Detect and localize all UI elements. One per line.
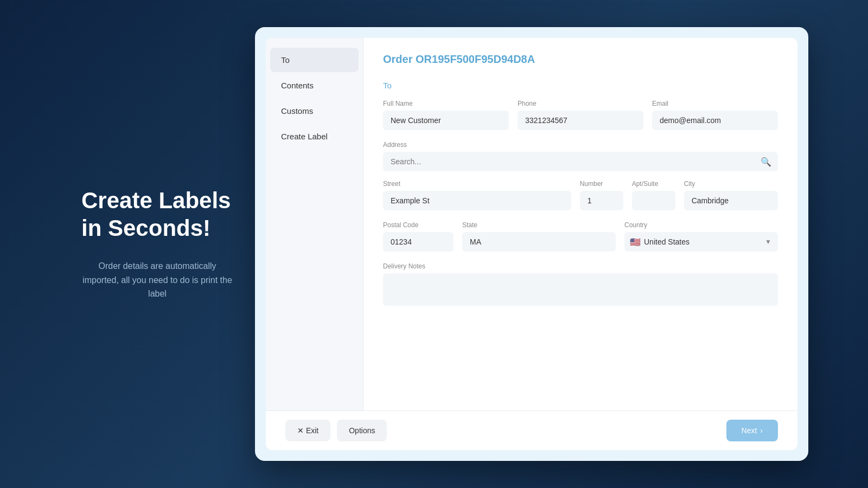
- section-title: To: [383, 81, 778, 90]
- left-panel: Create Labelsin Seconds! Order details a…: [60, 165, 255, 323]
- apt-suite-label: Apt/Suite: [632, 180, 675, 188]
- city-group: City: [684, 180, 778, 210]
- address-search-input[interactable]: [383, 152, 778, 171]
- next-button[interactable]: Next ›: [726, 420, 778, 441]
- country-select[interactable]: United States Canada United Kingdom: [624, 232, 778, 252]
- footer-left: ✕ Exit Options: [285, 420, 387, 441]
- delivery-notes-group: Delivery Notes: [383, 262, 778, 306]
- sidebar: To Contents Customs Create Label: [266, 38, 363, 410]
- street-group: Street: [383, 180, 571, 210]
- country-group: Country 🇺🇸 United States Canada United K…: [624, 221, 778, 252]
- full-name-input[interactable]: [383, 111, 509, 130]
- email-label: Email: [652, 100, 778, 107]
- email-group: Email: [652, 100, 778, 130]
- sidebar-item-create-label[interactable]: Create Label: [270, 124, 359, 149]
- country-label: Country: [624, 221, 778, 229]
- postal-code-group: Postal Code: [383, 221, 454, 252]
- sidebar-item-contents[interactable]: Contents: [270, 73, 359, 98]
- sidebar-item-customs[interactable]: Customs: [270, 99, 359, 123]
- modal-inner: To Contents Customs Create Label Order O…: [266, 38, 797, 450]
- phone-input[interactable]: [518, 111, 643, 130]
- delivery-notes-label: Delivery Notes: [383, 262, 778, 270]
- sidebar-item-to[interactable]: To: [270, 48, 359, 72]
- country-select-wrapper: 🇺🇸 United States Canada United Kingdom ▼: [624, 232, 778, 252]
- modal-wrapper: To Contents Customs Create Label Order O…: [255, 27, 808, 461]
- email-input[interactable]: [652, 111, 778, 130]
- street-row: Street Number Apt/Suite City: [383, 180, 778, 210]
- city-input[interactable]: [684, 191, 778, 210]
- full-name-group: Full Name: [383, 100, 509, 130]
- apt-suite-input[interactable]: [632, 191, 675, 210]
- exit-button[interactable]: ✕ Exit: [285, 420, 330, 441]
- apt-suite-group: Apt/Suite: [632, 180, 675, 210]
- postal-row: Postal Code State Country 🇺🇸: [383, 221, 778, 252]
- address-label: Address: [383, 141, 778, 149]
- headline: Create Labelsin Seconds!: [81, 187, 233, 242]
- search-icon-button[interactable]: 🔍: [761, 157, 771, 167]
- chevron-right-icon: ›: [760, 426, 763, 435]
- number-label: Number: [580, 180, 623, 188]
- modal-body: To Contents Customs Create Label Order O…: [266, 38, 797, 410]
- number-input[interactable]: [580, 191, 623, 210]
- state-input[interactable]: [462, 232, 616, 252]
- postal-code-input[interactable]: [383, 232, 454, 252]
- state-label: State: [462, 221, 616, 229]
- address-search-wrapper: 🔍: [383, 152, 778, 171]
- flag-icon: 🇺🇸: [630, 237, 641, 247]
- phone-label: Phone: [518, 100, 643, 107]
- full-name-label: Full Name: [383, 100, 509, 107]
- street-label: Street: [383, 180, 571, 188]
- phone-group: Phone: [518, 100, 643, 130]
- city-label: City: [684, 180, 778, 188]
- options-button[interactable]: Options: [337, 420, 387, 441]
- street-input[interactable]: [383, 191, 571, 210]
- main-content: Order OR195F500F95D94D8A To Full Name Ph…: [363, 38, 797, 410]
- modal-footer: ✕ Exit Options Next ›: [266, 410, 797, 450]
- delivery-notes-input[interactable]: [383, 273, 778, 306]
- state-group: State: [462, 221, 616, 252]
- order-id: Order OR195F500F95D94D8A: [383, 53, 778, 66]
- postal-code-label: Postal Code: [383, 221, 454, 229]
- address-section: Address 🔍 Street Number: [383, 141, 778, 252]
- number-group: Number: [580, 180, 623, 210]
- contact-row: Full Name Phone Email: [383, 100, 778, 130]
- subtext: Order details are automatically imported…: [81, 259, 233, 301]
